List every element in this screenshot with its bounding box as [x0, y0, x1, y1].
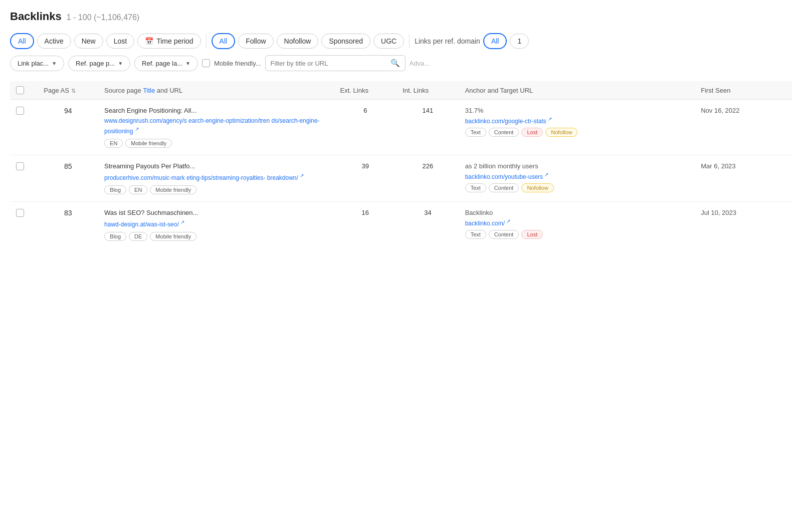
filters-row1: All Active New Lost 📅 Time period All Fo…: [10, 33, 792, 49]
badge-tag: Blog: [104, 185, 126, 194]
link-type-sponsored[interactable]: Sponsored: [321, 34, 370, 49]
ext-links-value: 6: [334, 100, 397, 155]
external-link-icon2: ↗: [544, 172, 548, 177]
search-bar[interactable]: 🔍: [265, 55, 406, 71]
mobile-friendly-text: Mobile friendly...: [214, 60, 261, 67]
source-title: Search Engine Positioning: All...: [104, 107, 328, 114]
int-links-value: 34: [396, 202, 459, 248]
page-as-value: 83: [44, 209, 92, 217]
int-links-value: 141: [396, 100, 459, 155]
col-header-page-as[interactable]: Page AS ⇅: [38, 81, 98, 100]
source-url[interactable]: hawd-design.at/was-ist-seo/ ↗: [104, 221, 184, 228]
anchor-tag: Content: [489, 230, 519, 239]
badge-tag: Mobile friendly: [125, 139, 172, 148]
page-title: Backlinks: [10, 10, 62, 23]
anchor-text: Backlinko: [465, 209, 689, 216]
calendar-icon: 📅: [145, 37, 153, 45]
external-link-icon: ↗: [135, 126, 139, 132]
mobile-friendly-checkbox-label[interactable]: Mobile friendly...: [202, 59, 261, 67]
first-seen-value: Jul 10, 2023: [701, 209, 736, 216]
badge-tag: EN: [129, 185, 147, 194]
anchor-tag: Text: [465, 183, 486, 192]
row-checkbox[interactable]: [16, 209, 24, 217]
table-row: 83 Was ist SEO? Suchmaschinen... hawd-de…: [10, 202, 792, 248]
external-link-icon2: ↗: [548, 116, 552, 122]
badge-tag: DE: [129, 232, 147, 241]
ref-page-p-label: Ref. page p...: [76, 60, 115, 67]
external-link-icon: ↗: [300, 173, 304, 178]
badge-tag: EN: [104, 139, 123, 148]
anchor-tag: Nofollow: [545, 128, 577, 137]
col-header-checkbox: [10, 81, 38, 100]
page-as-value: 85: [44, 162, 92, 170]
backlinks-table: Page AS ⇅ Source page Title and URL Ext.…: [10, 81, 792, 248]
table-row: 94 Search Engine Positioning: All... www…: [10, 100, 792, 155]
ext-links-value: 39: [334, 155, 397, 202]
mobile-friendly-checkbox[interactable]: [202, 59, 210, 67]
source-url[interactable]: www.designrush.com/agency/s earch-engine…: [104, 117, 320, 135]
ref-page-p-dropdown[interactable]: Ref. page p... ▼: [68, 56, 130, 71]
source-title: Streaming Payouts Per Platfo...: [104, 162, 328, 170]
col-header-source: Source page Title and URL: [98, 81, 334, 100]
filters-row2: Link plac... ▼ Ref. page p... ▼ Ref. pag…: [10, 55, 792, 71]
int-links-value: 226: [396, 155, 459, 202]
col-header-ext: Ext. Links: [334, 81, 397, 100]
badge-tag: Mobile friendly: [150, 232, 196, 241]
badge-tag: Blog: [104, 232, 126, 241]
link-type-all[interactable]: All: [212, 33, 236, 49]
anchor-tag: Text: [465, 230, 486, 239]
status-filter-active[interactable]: Active: [37, 34, 71, 49]
time-period-button[interactable]: 📅 Time period: [137, 34, 200, 49]
col-header-seen: First Seen: [695, 81, 792, 100]
col-header-int: Int. Links: [396, 81, 459, 100]
divider: [206, 34, 207, 48]
divider2: [409, 34, 410, 48]
chevron-down-icon3: ▼: [185, 61, 190, 66]
link-type-ugc[interactable]: UGC: [373, 34, 404, 49]
ref-page-la-dropdown[interactable]: Ref. page la... ▼: [134, 56, 198, 71]
anchor-target-url[interactable]: backlinko.com/ ↗: [465, 220, 511, 227]
link-type-follow[interactable]: Follow: [238, 34, 273, 49]
advanced-button[interactable]: Adva...: [410, 60, 430, 67]
anchor-target-url[interactable]: backlinko.com/google-ctr-stats ↗: [465, 118, 552, 125]
page-subtitle: 1 - 100 (~1,106,476): [67, 13, 139, 22]
anchor-text: as 2 billion monthly users: [465, 162, 689, 170]
anchor-tag: Lost: [521, 128, 543, 137]
external-link-icon2: ↗: [506, 218, 510, 224]
links-per-all[interactable]: All: [483, 33, 507, 49]
link-place-dropdown[interactable]: Link plac... ▼: [10, 56, 64, 71]
row-checkbox[interactable]: [16, 107, 24, 115]
time-period-label: Time period: [156, 37, 193, 45]
source-url[interactable]: producerhive.com/music-mark eting-tips/s…: [104, 174, 304, 181]
page-header: Backlinks 1 - 100 (~1,106,476): [10, 10, 792, 23]
external-link-icon: ↗: [180, 219, 184, 225]
anchor-percent: 31.7%: [465, 107, 689, 114]
anchor-tag: Lost: [521, 230, 543, 239]
status-filter-lost[interactable]: Lost: [106, 34, 134, 49]
sort-icon: ⇅: [71, 88, 76, 94]
ext-links-value: 16: [334, 202, 397, 248]
ref-page-la-label: Ref. page la...: [142, 60, 182, 67]
first-seen-value: Nov 16, 2022: [701, 107, 739, 114]
anchor-tag: Content: [489, 128, 519, 137]
chevron-down-icon: ▼: [52, 61, 57, 66]
anchor-tag: Text: [465, 128, 486, 137]
col-header-anchor: Anchor and Target URL: [459, 81, 695, 100]
badge-tag: Mobile friendly: [150, 185, 196, 194]
search-icon: 🔍: [390, 59, 400, 68]
status-filter-new[interactable]: New: [74, 34, 103, 49]
status-filter-all[interactable]: All: [10, 33, 34, 49]
first-seen-value: Mar 6, 2023: [701, 162, 735, 170]
links-per-label: Links per ref. domain: [415, 37, 480, 45]
links-per-1[interactable]: 1: [510, 34, 529, 49]
link-type-nofollow[interactable]: Nofollow: [277, 34, 319, 49]
chevron-down-icon2: ▼: [118, 61, 123, 66]
select-all-checkbox[interactable]: [16, 86, 24, 94]
anchor-tag: Content: [489, 183, 519, 192]
page-as-value: 94: [44, 107, 92, 115]
row-checkbox[interactable]: [16, 162, 24, 170]
anchor-target-url[interactable]: backlinko.com/youtube-users ↗: [465, 173, 549, 180]
source-title: Was ist SEO? Suchmaschinen...: [104, 209, 328, 216]
link-place-label: Link plac...: [18, 60, 49, 67]
search-input[interactable]: [271, 60, 387, 67]
